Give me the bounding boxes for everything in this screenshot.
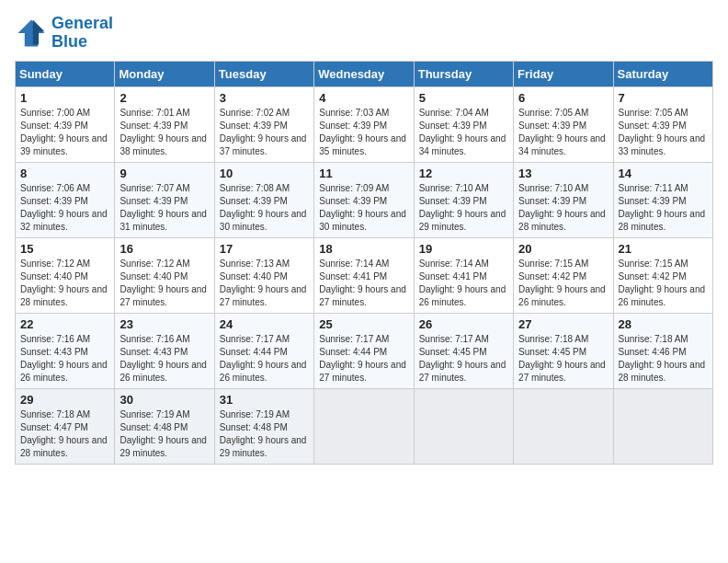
calendar-cell: 17 Sunrise: 7:13 AMSunset: 4:40 PMDaylig… bbox=[214, 237, 313, 313]
weekday-header-tuesday: Tuesday bbox=[214, 61, 313, 86]
day-info: Sunrise: 7:17 AMSunset: 4:45 PMDaylight:… bbox=[419, 333, 508, 385]
day-info: Sunrise: 7:15 AMSunset: 4:42 PMDaylight:… bbox=[619, 258, 708, 309]
day-info: Sunrise: 7:01 AMSunset: 4:39 PMDaylight:… bbox=[119, 107, 209, 158]
calendar-cell: 11 Sunrise: 7:09 AMSunset: 4:39 PMDaylig… bbox=[314, 162, 414, 237]
calendar-cell: 3 Sunrise: 7:02 AMSunset: 4:39 PMDayligh… bbox=[214, 86, 313, 162]
svg-marker-0 bbox=[18, 19, 45, 46]
calendar-cell: 16 Sunrise: 7:12 AMSunset: 4:40 PMDaylig… bbox=[115, 237, 214, 313]
logo: General Blue bbox=[15, 15, 113, 52]
day-info: Sunrise: 7:14 AMSunset: 4:41 PMDaylight:… bbox=[419, 258, 508, 309]
day-number: 7 bbox=[619, 91, 708, 105]
day-info: Sunrise: 7:03 AMSunset: 4:39 PMDaylight:… bbox=[319, 107, 408, 158]
day-info: Sunrise: 7:05 AMSunset: 4:39 PMDaylight:… bbox=[518, 107, 608, 158]
day-info: Sunrise: 7:14 AMSunset: 4:41 PMDaylight:… bbox=[319, 258, 408, 309]
calendar-cell: 7 Sunrise: 7:05 AMSunset: 4:39 PMDayligh… bbox=[613, 86, 712, 162]
weekday-header-monday: Monday bbox=[115, 61, 214, 86]
day-info: Sunrise: 7:17 AMSunset: 4:44 PMDaylight:… bbox=[319, 333, 408, 385]
calendar-cell: 8 Sunrise: 7:06 AMSunset: 4:39 PMDayligh… bbox=[16, 162, 115, 237]
day-info: Sunrise: 7:13 AMSunset: 4:40 PMDaylight:… bbox=[220, 258, 309, 309]
day-number: 8 bbox=[20, 167, 109, 180]
calendar-week-5: 29 Sunrise: 7:18 AMSunset: 4:47 PMDaylig… bbox=[16, 388, 713, 464]
weekday-header-saturday: Saturday bbox=[613, 61, 712, 86]
calendar-week-3: 15 Sunrise: 7:12 AMSunset: 4:40 PMDaylig… bbox=[16, 237, 713, 313]
day-number: 26 bbox=[419, 317, 508, 331]
day-number: 1 bbox=[20, 91, 109, 105]
day-number: 3 bbox=[220, 91, 309, 105]
day-info: Sunrise: 7:04 AMSunset: 4:39 PMDaylight:… bbox=[419, 107, 508, 158]
calendar-cell: 6 Sunrise: 7:05 AMSunset: 4:39 PMDayligh… bbox=[514, 86, 613, 162]
day-number: 28 bbox=[619, 317, 708, 331]
day-info: Sunrise: 7:15 AMSunset: 4:42 PMDaylight:… bbox=[518, 258, 608, 309]
day-number: 27 bbox=[518, 317, 608, 331]
day-info: Sunrise: 7:19 AMSunset: 4:48 PMDaylight:… bbox=[220, 408, 309, 460]
day-info: Sunrise: 7:11 AMSunset: 4:39 PMDaylight:… bbox=[619, 182, 708, 234]
calendar-cell: 2 Sunrise: 7:01 AMSunset: 4:39 PMDayligh… bbox=[115, 86, 214, 162]
day-number: 29 bbox=[20, 393, 109, 407]
day-info: Sunrise: 7:18 AMSunset: 4:47 PMDaylight:… bbox=[20, 408, 109, 460]
calendar-cell: 10 Sunrise: 7:08 AMSunset: 4:39 PMDaylig… bbox=[214, 162, 313, 237]
logo-icon bbox=[15, 17, 48, 50]
day-number: 22 bbox=[20, 317, 109, 331]
day-info: Sunrise: 7:12 AMSunset: 4:40 PMDaylight:… bbox=[20, 258, 109, 309]
day-info: Sunrise: 7:18 AMSunset: 4:45 PMDaylight:… bbox=[518, 333, 608, 385]
logo-text: General Blue bbox=[51, 15, 113, 52]
day-number: 19 bbox=[419, 242, 508, 256]
calendar-cell: 4 Sunrise: 7:03 AMSunset: 4:39 PMDayligh… bbox=[314, 86, 414, 162]
day-info: Sunrise: 7:10 AMSunset: 4:39 PMDaylight:… bbox=[419, 182, 508, 234]
day-number: 20 bbox=[518, 242, 608, 256]
day-number: 9 bbox=[119, 167, 209, 180]
calendar-cell: 23 Sunrise: 7:16 AMSunset: 4:43 PMDaylig… bbox=[115, 313, 214, 388]
day-info: Sunrise: 7:05 AMSunset: 4:39 PMDaylight:… bbox=[619, 107, 708, 158]
day-number: 31 bbox=[220, 393, 309, 407]
page-header: General Blue bbox=[15, 15, 713, 52]
weekday-header-sunday: Sunday bbox=[16, 61, 115, 86]
day-info: Sunrise: 7:19 AMSunset: 4:48 PMDaylight:… bbox=[119, 408, 209, 460]
day-number: 5 bbox=[419, 91, 508, 105]
calendar-cell: 18 Sunrise: 7:14 AMSunset: 4:41 PMDaylig… bbox=[314, 237, 414, 313]
day-info: Sunrise: 7:12 AMSunset: 4:40 PMDaylight:… bbox=[119, 258, 209, 309]
day-info: Sunrise: 7:16 AMSunset: 4:43 PMDaylight:… bbox=[119, 333, 209, 385]
day-info: Sunrise: 7:18 AMSunset: 4:46 PMDaylight:… bbox=[619, 333, 708, 385]
day-number: 30 bbox=[119, 393, 209, 407]
calendar-cell: 26 Sunrise: 7:17 AMSunset: 4:45 PMDaylig… bbox=[414, 313, 513, 388]
day-info: Sunrise: 7:16 AMSunset: 4:43 PMDaylight:… bbox=[20, 333, 109, 385]
calendar-cell: 9 Sunrise: 7:07 AMSunset: 4:39 PMDayligh… bbox=[115, 162, 214, 237]
day-number: 12 bbox=[419, 167, 508, 180]
day-number: 2 bbox=[119, 91, 209, 105]
day-number: 17 bbox=[220, 242, 309, 256]
calendar-cell bbox=[414, 388, 513, 464]
weekday-header-friday: Friday bbox=[514, 61, 613, 86]
calendar-cell: 14 Sunrise: 7:11 AMSunset: 4:39 PMDaylig… bbox=[613, 162, 712, 237]
calendar-cell: 1 Sunrise: 7:00 AMSunset: 4:39 PMDayligh… bbox=[16, 86, 115, 162]
calendar-cell: 13 Sunrise: 7:10 AMSunset: 4:39 PMDaylig… bbox=[514, 162, 613, 237]
day-number: 21 bbox=[619, 242, 708, 256]
calendar-cell: 19 Sunrise: 7:14 AMSunset: 4:41 PMDaylig… bbox=[414, 237, 513, 313]
day-number: 10 bbox=[220, 167, 309, 180]
calendar-cell: 29 Sunrise: 7:18 AMSunset: 4:47 PMDaylig… bbox=[16, 388, 115, 464]
calendar-cell: 21 Sunrise: 7:15 AMSunset: 4:42 PMDaylig… bbox=[613, 237, 712, 313]
day-number: 18 bbox=[319, 242, 408, 256]
calendar-cell: 27 Sunrise: 7:18 AMSunset: 4:45 PMDaylig… bbox=[514, 313, 613, 388]
calendar-cell: 12 Sunrise: 7:10 AMSunset: 4:39 PMDaylig… bbox=[414, 162, 513, 237]
day-info: Sunrise: 7:02 AMSunset: 4:39 PMDaylight:… bbox=[220, 107, 309, 158]
calendar-week-1: 1 Sunrise: 7:00 AMSunset: 4:39 PMDayligh… bbox=[16, 86, 713, 162]
day-info: Sunrise: 7:17 AMSunset: 4:44 PMDaylight:… bbox=[220, 333, 309, 385]
calendar-week-2: 8 Sunrise: 7:06 AMSunset: 4:39 PMDayligh… bbox=[16, 162, 713, 237]
weekday-header-thursday: Thursday bbox=[414, 61, 513, 86]
day-number: 16 bbox=[119, 242, 209, 256]
day-info: Sunrise: 7:08 AMSunset: 4:39 PMDaylight:… bbox=[220, 182, 309, 234]
calendar-cell: 20 Sunrise: 7:15 AMSunset: 4:42 PMDaylig… bbox=[514, 237, 613, 313]
calendar-cell: 30 Sunrise: 7:19 AMSunset: 4:48 PMDaylig… bbox=[115, 388, 214, 464]
day-number: 14 bbox=[619, 167, 708, 180]
day-number: 11 bbox=[319, 167, 408, 180]
calendar-cell bbox=[613, 388, 712, 464]
day-number: 23 bbox=[119, 317, 209, 331]
day-number: 25 bbox=[319, 317, 408, 331]
day-number: 24 bbox=[220, 317, 309, 331]
calendar-cell bbox=[514, 388, 613, 464]
day-info: Sunrise: 7:07 AMSunset: 4:39 PMDaylight:… bbox=[119, 182, 209, 234]
calendar-cell: 5 Sunrise: 7:04 AMSunset: 4:39 PMDayligh… bbox=[414, 86, 513, 162]
calendar-week-4: 22 Sunrise: 7:16 AMSunset: 4:43 PMDaylig… bbox=[16, 313, 713, 388]
day-number: 6 bbox=[518, 91, 608, 105]
calendar-table: SundayMondayTuesdayWednesdayThursdayFrid… bbox=[15, 61, 713, 465]
